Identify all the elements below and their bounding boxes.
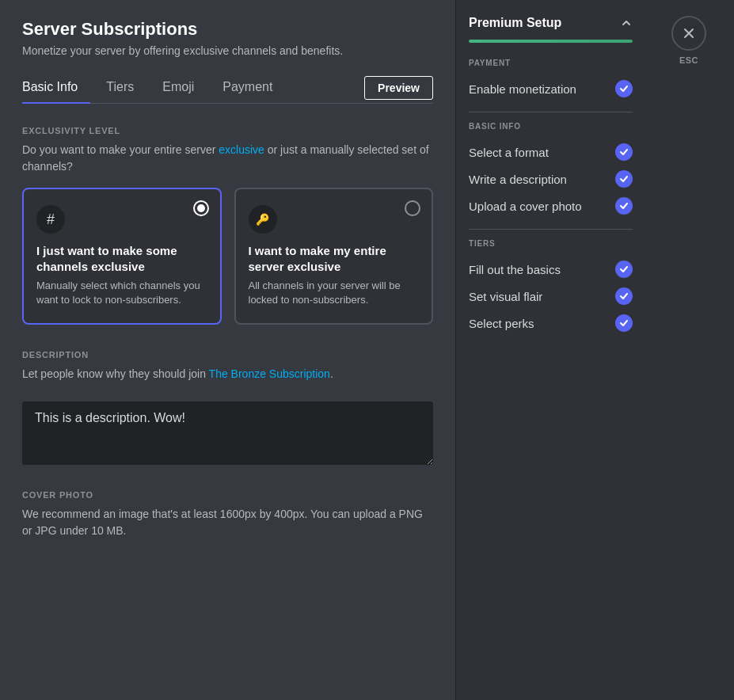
card-some-channels[interactable]: # I just want to make some channels excl… — [22, 188, 222, 325]
check-icon-monetization — [615, 80, 633, 97]
description-section: DESCRIPTION Let people know why they sho… — [22, 350, 433, 468]
panel-header: Premium Setup — [469, 16, 633, 30]
description-desc: Let people know why they should join The… — [22, 366, 433, 382]
checklist-item-upload-cover: Upload a cover photo — [469, 192, 633, 219]
check-icon-perks — [615, 314, 633, 332]
tabs-bar: Basic Info Tiers Emoji Payment Preview — [22, 73, 433, 104]
close-button[interactable] — [671, 16, 706, 51]
check-icon-description — [615, 170, 633, 188]
page-subtitle: Monetize your server by offering exclusi… — [22, 44, 433, 57]
esc-label: ESC — [679, 55, 698, 65]
progress-bar-container — [469, 40, 633, 43]
checklist-item-label: Write a description — [469, 173, 567, 186]
exclusivity-cards: # I just want to make some channels excl… — [22, 188, 433, 325]
description-label: DESCRIPTION — [22, 350, 433, 360]
card-some-channels-title: I just want to make some channels exclus… — [36, 243, 207, 274]
checklist-item-label: Fill out the basics — [469, 263, 561, 276]
checklist-item-select-format: Select a format — [469, 139, 633, 165]
key-icon: 🔑 — [249, 205, 277, 234]
checklist-tiers: TIERS Fill out the basics Set visual fla… — [469, 239, 633, 337]
exclusivity-desc: Do you want to make your entire server e… — [22, 142, 433, 175]
close-area: ESC — [645, 0, 732, 700]
checklist-payment: PAYMENT Enable monetization — [469, 59, 633, 102]
preview-button[interactable]: Preview — [364, 76, 433, 100]
check-icon-basics — [615, 261, 633, 278]
radio-some-channels — [193, 200, 209, 216]
checklist-item-label: Enable monetization — [469, 82, 576, 96]
right-panel: Premium Setup PAYMENT Enable monetizatio… — [455, 0, 645, 700]
tab-payment[interactable]: Payment — [222, 74, 285, 104]
card-some-channels-desc: Manually select which channels you want … — [36, 279, 207, 307]
checklist-item-label: Select a format — [469, 146, 549, 159]
cover-photo-section: COVER PHOTO We recommend an image that's… — [22, 490, 433, 539]
check-icon-cover — [615, 197, 633, 215]
checklist-item-fill-basics: Fill out the basics — [469, 256, 633, 283]
progress-bar-fill — [469, 40, 633, 43]
checklist-item-visual-flair: Set visual flair — [469, 283, 633, 310]
checklist-payment-label: PAYMENT — [469, 59, 633, 67]
checklist-item-label: Upload a cover photo — [469, 200, 582, 213]
card-entire-server-desc: All channels in your server will be lock… — [249, 279, 420, 307]
exclusivity-section: EXCLUSIVITY LEVEL Do you want to make yo… — [22, 126, 433, 325]
page-title: Server Subscriptions — [22, 19, 433, 40]
divider-2 — [469, 229, 633, 230]
checklist-item-write-description: Write a description — [469, 165, 633, 192]
tab-tiers[interactable]: Tiers — [106, 74, 146, 104]
hash-icon: # — [36, 205, 65, 234]
tab-basic-info[interactable]: Basic Info — [22, 74, 90, 104]
radio-entire-server — [405, 200, 420, 216]
checklist-basic-info: BASIC INFO Select a format Write a descr… — [469, 122, 633, 219]
checklist-item-label: Set visual flair — [469, 290, 542, 303]
checklist-tiers-label: TIERS — [469, 239, 633, 248]
divider-1 — [469, 112, 633, 112]
check-icon-visual — [615, 287, 633, 305]
card-entire-server-title: I want to make my entire server exclusiv… — [249, 243, 420, 274]
checklist-item-select-perks: Select perks — [469, 310, 633, 337]
panel-collapse-button[interactable] — [620, 17, 633, 29]
checklist-item-label: Select perks — [469, 317, 534, 330]
description-textarea[interactable]: This is a description. Wow! — [22, 401, 433, 465]
check-icon-format — [615, 143, 633, 161]
cover-photo-label: COVER PHOTO — [22, 490, 433, 500]
cover-photo-desc: We recommend an image that's at least 16… — [22, 506, 433, 539]
card-entire-server[interactable]: 🔑 I want to make my entire server exclus… — [234, 188, 434, 325]
exclusivity-label: EXCLUSIVITY LEVEL — [22, 126, 433, 135]
main-panel: Server Subscriptions Monetize your serve… — [0, 0, 455, 700]
tab-emoji[interactable]: Emoji — [162, 74, 207, 104]
checklist-basic-info-label: BASIC INFO — [469, 122, 633, 131]
checklist-item-enable-monetization: Enable monetization — [469, 75, 633, 102]
panel-title: Premium Setup — [469, 16, 561, 30]
